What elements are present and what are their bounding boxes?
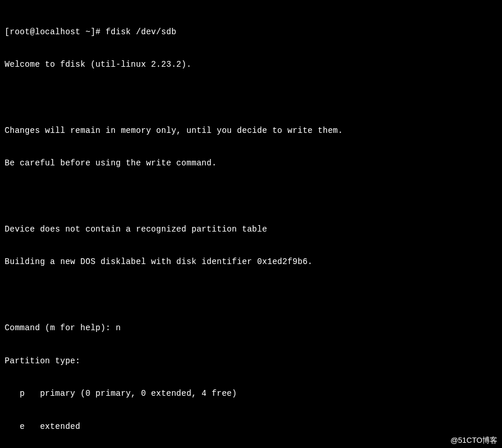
output-line (5, 290, 497, 301)
output-line (5, 92, 497, 103)
output-line: Be careful before using the write comman… (5, 158, 497, 169)
output-line: Command (m for help): n (5, 323, 497, 334)
output-line: Welcome to fdisk (util-linux 2.23.2). (5, 59, 497, 70)
output-line (5, 191, 497, 202)
output-line: Changes will remain in memory only, unti… (5, 125, 497, 136)
watermark-label: @51CTO博客 (450, 435, 497, 446)
output-line: Device does not contain a recognized par… (5, 224, 497, 235)
output-line: e extended (5, 421, 497, 432)
output-line: p primary (0 primary, 0 extended, 4 free… (5, 388, 497, 399)
terminal-output[interactable]: [root@localhost ~]# fdisk /dev/sdb Welco… (5, 5, 497, 448)
command-prompt-line: [root@localhost ~]# fdisk /dev/sdb (5, 27, 497, 38)
output-line: Partition type: (5, 356, 497, 367)
output-line: Building a new DOS disklabel with disk i… (5, 256, 497, 268)
